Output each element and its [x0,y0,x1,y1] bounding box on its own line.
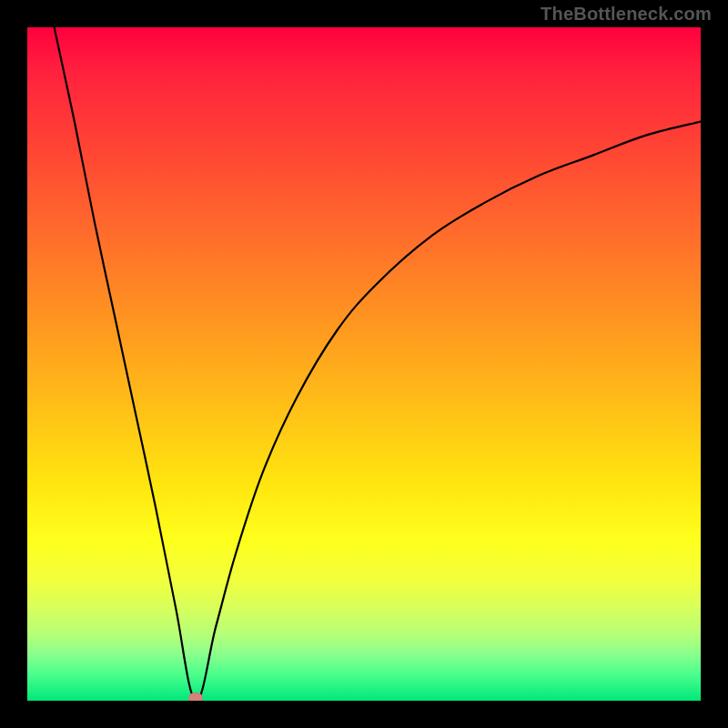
curve-svg [27,27,701,701]
chart-frame: TheBottleneck.com [0,0,728,728]
bottleneck-curve-path [55,27,701,701]
plot-area [27,27,701,701]
minimum-marker [188,693,203,701]
watermark-text: TheBottleneck.com [541,4,712,25]
